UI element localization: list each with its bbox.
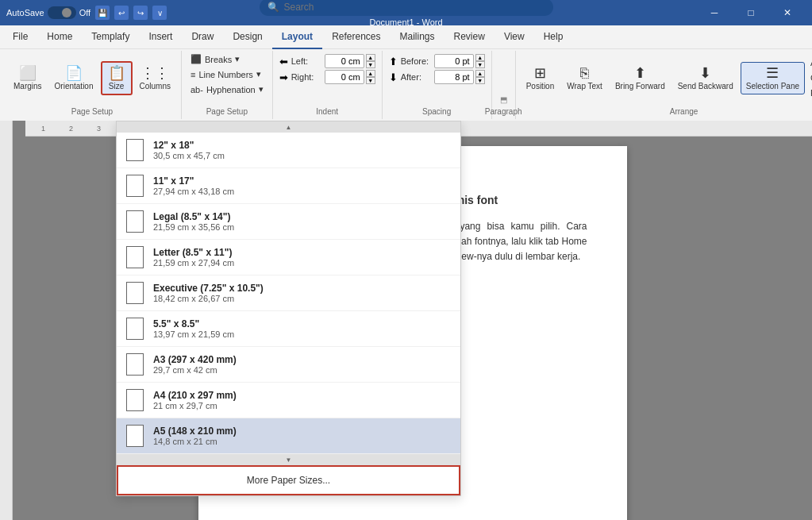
spacing-before-down[interactable]: ▼: [475, 61, 485, 68]
tab-view[interactable]: View: [495, 25, 534, 49]
ribbon-breaks-items: ⬛ Breaks ▾ ≡ Line Numbers ▾ ab- Hyphenat…: [187, 52, 267, 104]
indent-right-down[interactable]: ▼: [366, 77, 375, 84]
spacing-after-down[interactable]: ▼: [475, 77, 485, 84]
tab-mailings[interactable]: Mailings: [391, 25, 444, 49]
paper-icon: [126, 318, 144, 340]
indent-left-input[interactable]: [325, 54, 364, 68]
tab-references[interactable]: References: [322, 25, 390, 49]
spacing-after-icon: ⬇: [389, 71, 398, 83]
paper-icon: [126, 175, 144, 197]
margins-button[interactable]: ⬜ Margins: [8, 62, 48, 94]
item-text: 11" x 17" 27,94 cm x 43,18 cm: [153, 175, 234, 196]
dropdown-item[interactable]: Executive (7.25" x 10.5") 18,42 cm x 26,…: [117, 275, 460, 311]
minimize-button[interactable]: ─: [696, 0, 733, 25]
dropdown-item[interactable]: 5.5" x 8.5" 13,97 cm x 21,59 cm: [117, 311, 460, 347]
item-text: 5.5" x 8.5" 13,97 cm x 21,59 cm: [153, 318, 234, 339]
size-icon: 📋: [108, 66, 125, 80]
more-icon[interactable]: ∨: [152, 6, 167, 20]
toggle-knob: [62, 8, 71, 17]
indent-right-up[interactable]: ▲: [366, 70, 375, 77]
hyphenation-button[interactable]: ab- Hyphenation ▾: [187, 83, 267, 96]
more-paper-sizes-button[interactable]: More Paper Sizes...: [117, 465, 460, 495]
item-dims: 21 cm x 29,7 cm: [153, 401, 237, 410]
paper-icon: [126, 425, 144, 447]
indent-right-input[interactable]: [325, 70, 364, 84]
search-input[interactable]: [284, 2, 545, 13]
spacing-before-input[interactable]: [434, 54, 474, 68]
window-controls: ─ □ ✕: [696, 0, 806, 25]
title-bar-left: AutoSave Off 💾 ↩ ↪ ∨: [6, 6, 167, 20]
indent-right-spinner[interactable]: ▲ ▼: [325, 70, 375, 84]
paper-icon: [126, 282, 144, 304]
search-bar[interactable]: 🔍: [260, 0, 553, 16]
send-backward-label: Send Backward: [678, 82, 733, 91]
breaks-button[interactable]: ⬛ Breaks ▾: [187, 52, 244, 66]
dropdown-scroll-down[interactable]: ▼: [117, 454, 460, 465]
tab-design[interactable]: Design: [223, 25, 271, 49]
tab-home[interactable]: Home: [37, 25, 82, 49]
wrap-text-label: Wrap Text: [567, 82, 602, 91]
bring-forward-button[interactable]: ⬆ Bring Forward: [610, 62, 671, 94]
tab-insert[interactable]: Insert: [139, 25, 182, 49]
vertical-ruler: [0, 121, 13, 520]
dropdown-scroll-up[interactable]: ▲: [117, 121, 460, 133]
columns-button[interactable]: ⋮⋮ Columns: [134, 62, 176, 94]
spacing-before-up[interactable]: ▲: [475, 54, 485, 61]
selection-pane-button[interactable]: ☰ Selection Pane: [741, 62, 805, 94]
paper-icon: [126, 210, 144, 233]
align-group-btns: Align ▾ Group ▾ Rotate ▾: [806, 56, 812, 100]
indent-left-up[interactable]: ▲: [366, 54, 375, 61]
undo-icon[interactable]: ↩: [114, 6, 129, 20]
breaks-arrow: ▾: [235, 54, 240, 64]
hyphenation-arrow: ▾: [259, 84, 264, 94]
orientation-button[interactable]: 📄 Orientation: [49, 62, 99, 94]
spacing-group-label: Spacing: [422, 104, 451, 117]
rotate-button[interactable]: Rotate ▾: [806, 87, 812, 100]
restore-button[interactable]: □: [733, 0, 769, 25]
spacing-after-up[interactable]: ▲: [475, 70, 485, 77]
close-button[interactable]: ✕: [769, 0, 806, 25]
tab-draw[interactable]: Draw: [182, 25, 223, 49]
autosave-toggle[interactable]: AutoSave Off: [6, 6, 90, 19]
tab-file[interactable]: File: [3, 25, 37, 49]
align-button[interactable]: Align ▾: [806, 56, 812, 70]
dropdown-item[interactable]: Letter (8.5" x 11") 21,59 cm x 27,94 cm: [117, 240, 460, 275]
tab-templafy[interactable]: Templafy: [82, 25, 139, 49]
dropdown-item[interactable]: A3 (297 x 420 mm) 29,7 cm x 42 cm: [117, 347, 460, 383]
size-button[interactable]: 📋 Size: [101, 61, 133, 95]
wrap-text-button[interactable]: ⎘ Wrap Text: [561, 62, 608, 94]
dropdown-item[interactable]: A4 (210 x 297 mm) 21 cm x 29,7 cm: [117, 383, 460, 418]
indent-icon: ⬅: [279, 56, 288, 67]
item-dims: 27,94 cm x 43,18 cm: [153, 187, 234, 196]
indent-group-label: Indent: [316, 104, 338, 117]
tab-layout[interactable]: Layout: [272, 25, 322, 49]
item-text: Executive (7.25" x 10.5") 18,42 cm x 26,…: [153, 283, 264, 303]
item-dims: 21,59 cm x 35,56 cm: [153, 222, 234, 232]
dropdown-item[interactable]: 11" x 17" 27,94 cm x 43,18 cm: [117, 168, 460, 204]
dropdown-item[interactable]: Legal (8.5" x 14") 21,59 cm x 35,56 cm: [117, 204, 460, 240]
dropdown-item[interactable]: A5 (148 x 210 mm) 14,8 cm x 21 cm: [117, 418, 460, 454]
bring-forward-label: Bring Forward: [615, 82, 665, 91]
tab-help[interactable]: Help: [534, 25, 573, 49]
spacing-after-input[interactable]: [434, 70, 474, 84]
position-button[interactable]: ⊞ Position: [521, 62, 560, 94]
tab-review[interactable]: Review: [444, 25, 495, 49]
send-backward-icon: ⬇: [699, 66, 711, 80]
orientation-icon: 📄: [65, 66, 83, 80]
breaks-label: Breaks: [205, 55, 232, 64]
spacing-before-spinner[interactable]: ▲ ▼: [434, 54, 485, 68]
send-backward-button[interactable]: ⬇ Send Backward: [672, 62, 739, 94]
autosave-switch[interactable]: [48, 6, 76, 19]
save-icon[interactable]: 💾: [95, 6, 110, 20]
indent-left-spinner[interactable]: ▲ ▼: [325, 54, 375, 68]
indent-left-down[interactable]: ▼: [366, 61, 375, 68]
indent-right-icon: ➡: [279, 71, 288, 83]
dropdown-list: 12" x 18" 30,5 cm x 45,7 cm 11" x 17" 27…: [117, 133, 460, 454]
item-text: A3 (297 x 420 mm) 29,7 cm x 42 cm: [153, 354, 237, 375]
group-button[interactable]: Group ▾: [806, 71, 812, 85]
paragraph-expand-icon[interactable]: ⬒: [500, 95, 507, 104]
line-numbers-button[interactable]: ≡ Line Numbers ▾: [187, 67, 265, 81]
spacing-after-spinner[interactable]: ▲ ▼: [434, 70, 485, 84]
dropdown-item[interactable]: 12" x 18" 30,5 cm x 45,7 cm: [117, 133, 460, 168]
redo-icon[interactable]: ↪: [133, 6, 148, 20]
